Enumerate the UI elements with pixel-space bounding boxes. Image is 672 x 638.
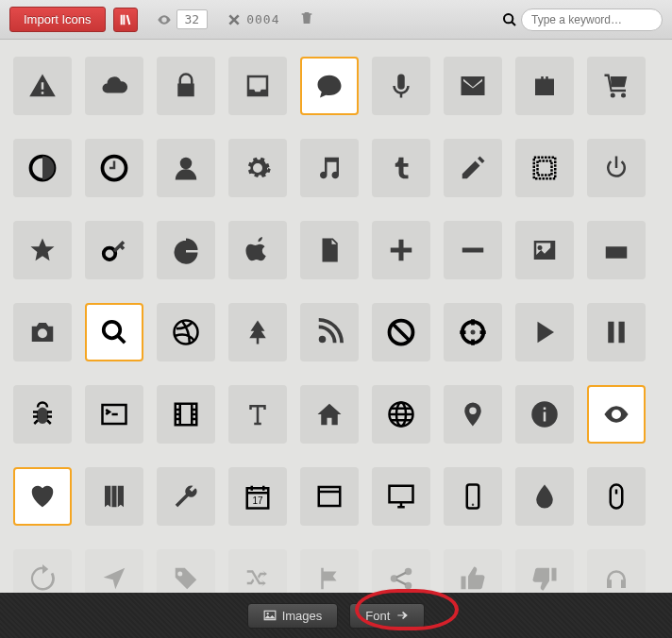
dribbble-icon bbox=[172, 318, 200, 346]
icon-cell-camera[interactable] bbox=[13, 303, 72, 361]
icon-cell-stamp[interactable] bbox=[515, 139, 574, 197]
icon-cell-heart[interactable] bbox=[13, 467, 72, 526]
icon-cell-star[interactable] bbox=[13, 221, 72, 279]
search-wrap bbox=[502, 8, 663, 31]
icon-cell-image[interactable] bbox=[515, 221, 574, 279]
eye-icon bbox=[157, 12, 172, 27]
marker-icon bbox=[459, 400, 487, 428]
icon-cell-dribbble[interactable] bbox=[157, 303, 215, 361]
icon-cell-droplet[interactable] bbox=[515, 467, 574, 526]
eye-icon bbox=[602, 400, 630, 428]
cloud-icon bbox=[100, 72, 128, 100]
icon-cell-folder[interactable] bbox=[587, 221, 646, 279]
droplet-icon bbox=[530, 482, 559, 511]
icon-cell-terminal[interactable] bbox=[85, 385, 143, 444]
icon-cell-music[interactable] bbox=[300, 139, 359, 197]
icon-cell-rss[interactable] bbox=[300, 303, 359, 361]
icon-cell-film[interactable] bbox=[157, 385, 215, 444]
play-icon bbox=[530, 318, 559, 346]
icon-cell-tumblr[interactable] bbox=[372, 139, 430, 197]
icon-cell-pie-chart[interactable] bbox=[157, 221, 215, 279]
desktop-icon bbox=[387, 482, 415, 511]
mouse-icon bbox=[602, 482, 630, 511]
trash-button[interactable] bbox=[299, 10, 314, 29]
library-button[interactable] bbox=[113, 8, 138, 32]
icon-cell-apple[interactable] bbox=[228, 221, 287, 279]
icon-cell-minus[interactable] bbox=[444, 221, 502, 279]
icon-cell-bookmarks[interactable] bbox=[85, 467, 143, 526]
warning-icon bbox=[28, 72, 57, 100]
icon-cell-wrench[interactable] bbox=[157, 467, 215, 526]
icon-cell-home[interactable] bbox=[300, 385, 359, 444]
trash-icon bbox=[299, 10, 314, 25]
globe-icon bbox=[387, 400, 415, 428]
icon-cell-inbox[interactable] bbox=[228, 57, 287, 115]
icon-cell-marker[interactable] bbox=[444, 385, 502, 444]
images-button-label: Images bbox=[282, 609, 323, 623]
icon-cell-cog[interactable] bbox=[228, 139, 287, 197]
microphone-icon bbox=[387, 72, 415, 100]
icon-cell-window[interactable] bbox=[300, 467, 359, 526]
crosshair-icon bbox=[459, 318, 487, 346]
folder-icon bbox=[602, 236, 630, 264]
icon-cell-crosshair[interactable] bbox=[444, 303, 502, 361]
icon-cell-bug[interactable] bbox=[13, 385, 72, 444]
bottombar: Images Font bbox=[0, 593, 672, 638]
arrow-right-icon bbox=[395, 609, 409, 622]
icon-cell-pencil[interactable] bbox=[444, 139, 502, 197]
icon-cell-mouse[interactable] bbox=[587, 467, 646, 526]
icon-cell-globe[interactable] bbox=[372, 385, 430, 444]
icon-cell-ban[interactable] bbox=[372, 303, 430, 361]
icon-cell-clock[interactable] bbox=[85, 139, 143, 197]
images-button[interactable]: Images bbox=[247, 603, 339, 629]
clock-icon bbox=[100, 154, 128, 182]
icon-cell-info[interactable] bbox=[515, 385, 574, 444]
icon-cell-cart[interactable] bbox=[587, 57, 646, 115]
share-icon bbox=[387, 564, 415, 593]
headphones-icon bbox=[602, 564, 630, 593]
icon-cell-lock[interactable] bbox=[157, 57, 215, 115]
icon-cell-power[interactable] bbox=[587, 139, 646, 197]
search-input[interactable] bbox=[521, 8, 663, 31]
icon-cell-warning[interactable] bbox=[13, 57, 72, 115]
camera-icon bbox=[28, 318, 57, 346]
text-icon bbox=[244, 400, 272, 428]
icon-cell-mobile[interactable] bbox=[444, 467, 502, 526]
icon-cell-chat[interactable] bbox=[300, 57, 359, 115]
icon-cell-eye[interactable] bbox=[587, 385, 646, 444]
topbar: Import Icons 32 0004 bbox=[0, 0, 672, 40]
icon-cell-microphone[interactable] bbox=[372, 57, 430, 115]
thumbs-up-icon bbox=[459, 564, 487, 593]
import-icons-button[interactable]: Import Icons bbox=[9, 7, 106, 32]
visible-count-stat: 32 bbox=[157, 9, 209, 29]
icon-cell-contrast[interactable] bbox=[13, 139, 72, 197]
icon-cell-envelope[interactable] bbox=[444, 57, 502, 115]
stamp-icon bbox=[530, 154, 559, 182]
icon-cell-text[interactable] bbox=[228, 385, 287, 444]
icon-cell-desktop[interactable] bbox=[372, 467, 430, 526]
icon-cell-play[interactable] bbox=[515, 303, 574, 361]
refresh-icon bbox=[28, 564, 57, 593]
user-icon bbox=[172, 154, 200, 182]
icon-cell-key[interactable] bbox=[85, 221, 143, 279]
info-icon bbox=[530, 400, 559, 428]
font-button[interactable]: Font bbox=[349, 603, 425, 629]
icon-cell-pause[interactable] bbox=[587, 303, 646, 361]
icon-cell-calendar[interactable] bbox=[228, 467, 287, 526]
icon-cell-document[interactable] bbox=[300, 221, 359, 279]
image-icon bbox=[530, 236, 559, 264]
icon-cell-plus[interactable] bbox=[372, 221, 430, 279]
icon-cell-briefcase-lock[interactable] bbox=[515, 57, 574, 115]
image-icon bbox=[263, 609, 277, 622]
icon-cell-search[interactable] bbox=[85, 303, 143, 361]
icon-cell-user[interactable] bbox=[157, 139, 215, 197]
cart-icon bbox=[602, 72, 630, 100]
ban-icon bbox=[387, 318, 415, 346]
icon-cell-tree[interactable] bbox=[228, 303, 287, 361]
key-icon bbox=[100, 236, 128, 264]
tree-icon bbox=[244, 318, 272, 346]
terminal-icon bbox=[100, 400, 128, 428]
icon-cell-cloud[interactable] bbox=[85, 57, 143, 115]
glyph-code-stat: 0004 bbox=[227, 12, 279, 27]
pie-chart-icon bbox=[172, 236, 200, 264]
